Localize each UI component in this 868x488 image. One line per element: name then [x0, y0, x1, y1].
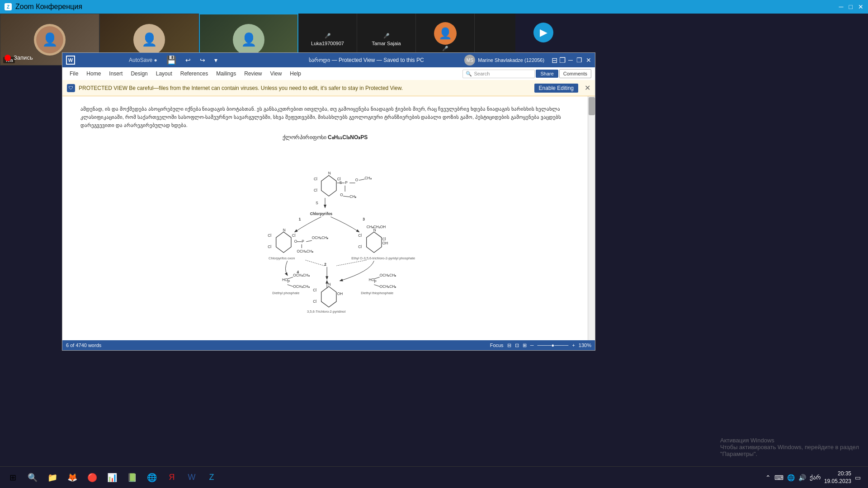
window-controls[interactable]: ─ □ ✕: [839, 3, 863, 10]
share-button[interactable]: Share: [536, 70, 558, 78]
author-avatar: MS: [464, 55, 475, 66]
word-statusbar: 6 of 4740 words Focus ⊟ ⊡ ⊞ ─ ────●──── …: [62, 340, 595, 350]
svg-text:S: S: [316, 201, 318, 205]
svg-line-43: [306, 260, 325, 265]
show-desktop-button[interactable]: ▭: [855, 474, 861, 481]
svg-text:Diethyl thiophosphate: Diethyl thiophosphate: [361, 291, 393, 295]
menu-review[interactable]: Review: [241, 70, 265, 78]
menu-help[interactable]: Help: [286, 70, 305, 78]
layout-view-icon[interactable]: ⊟: [507, 343, 511, 348]
shield-icon: 🛡: [67, 84, 75, 92]
search-icon: 🔍: [466, 71, 472, 77]
taskbar-clock[interactable]: 20:35 19.05.2023: [824, 470, 851, 485]
svg-text:P: P: [345, 180, 348, 185]
menu-home[interactable]: Home: [83, 70, 104, 78]
ribbon-toggle-icon[interactable]: ⊟: [552, 56, 557, 65]
undo-icon[interactable]: ↩: [185, 56, 191, 64]
word-page: ამდენად, ის და მოქმედება ასოცირებული იქნ…: [62, 96, 588, 340]
word-search-box[interactable]: 🔍 Search: [462, 70, 535, 78]
protected-view-text: PROTECTED VIEW Be careful—files from the…: [79, 85, 403, 91]
svg-line-14: [343, 196, 349, 197]
volume-icon[interactable]: 🔊: [798, 474, 806, 481]
word-taskbar-button[interactable]: W: [183, 469, 201, 487]
focus-label[interactable]: Focus: [490, 343, 504, 348]
zoom-slider[interactable]: ────●────: [537, 343, 568, 348]
recording-dot: [5, 55, 11, 61]
word-icon: W: [66, 56, 75, 65]
next-participant-button[interactable]: ▶: [533, 23, 553, 42]
chrome-button[interactable]: 🌐: [143, 469, 161, 487]
recording-indicator: Запись: [5, 54, 33, 61]
maximize-icon[interactable]: □: [849, 3, 853, 10]
svg-marker-0: [321, 175, 336, 196]
keyboard-icon[interactable]: ⌨: [774, 474, 783, 481]
word-minimize-icon[interactable]: ─: [568, 56, 573, 64]
firefox-button[interactable]: 🦊: [63, 469, 81, 487]
svg-text:O: O: [355, 177, 359, 182]
restore-icon[interactable]: ❐: [559, 56, 566, 65]
svg-text:P: P: [288, 279, 290, 283]
comments-button[interactable]: Comments: [559, 69, 591, 78]
yandex-button[interactable]: Я: [163, 469, 181, 487]
svg-text:N: N: [283, 227, 286, 232]
search-taskbar-button[interactable]: 🔍: [24, 469, 42, 487]
dropdown-icon[interactable]: ▾: [214, 56, 217, 64]
word-close-icon[interactable]: ✕: [586, 56, 591, 64]
ribbon-view-controls[interactable]: ⊟ ❐: [552, 56, 566, 65]
svg-text:2: 2: [324, 262, 326, 267]
zoom-out-icon[interactable]: ─: [530, 343, 534, 348]
taskbar-up-arrow-icon[interactable]: ⌃: [765, 474, 771, 481]
word-restore-icon[interactable]: ❐: [576, 56, 582, 64]
zoom-in-icon[interactable]: +: [572, 343, 575, 348]
taskbar-right-area: ⌃ ⌨ 🌐 🔊 ქარ 20:35 19.05.2023 ▭: [765, 470, 864, 485]
svg-text:P: P: [374, 279, 377, 283]
excel-button[interactable]: 📗: [123, 469, 141, 487]
taskbar: ⊞ 🔍 📁 🦊 🔴 📊 📗 🌐 Я W Z ⌃ ⌨ 🌐 🔊 ქარ 20:35 …: [0, 466, 868, 488]
web-view-icon[interactable]: ⊞: [523, 343, 527, 348]
svg-text:Diethyl phosphate: Diethyl phosphate: [272, 291, 299, 295]
enable-editing-button[interactable]: Enable Editing: [534, 84, 578, 93]
app4-button[interactable]: 🔴: [83, 469, 101, 487]
redo-icon[interactable]: ↪: [200, 56, 205, 64]
search-placeholder: Search: [474, 71, 490, 76]
activation-title: Активация Windows: [720, 437, 859, 444]
formula-title: ქლორპირიფოსი C₈H₁₁Cl₃NO₃PS: [80, 133, 570, 142]
activation-line3: "Параметры".: [720, 450, 859, 457]
recording-label: Запись: [14, 54, 33, 61]
svg-text:OCH₂CH₃: OCH₂CH₃: [297, 249, 314, 253]
powerpoint-button[interactable]: 📊: [103, 469, 121, 487]
svg-text:CH₃CH₂OH: CH₃CH₂OH: [367, 225, 386, 229]
svg-marker-61: [321, 286, 336, 307]
svg-text:1: 1: [299, 217, 301, 221]
svg-marker-35: [367, 232, 382, 253]
activation-watermark: Активация Windows Чтобы активировать Win…: [720, 437, 859, 457]
language-indicator: ქარ: [810, 474, 821, 481]
file-explorer-button[interactable]: 📁: [43, 469, 61, 487]
save-icon[interactable]: 💾: [166, 55, 176, 65]
menu-mailings[interactable]: Mailings: [212, 70, 240, 78]
start-button[interactable]: ⊞: [4, 469, 22, 487]
print-view-icon[interactable]: ⊡: [515, 343, 519, 348]
word-content-area: ამდენად, ის და მოქმედება ასოცირებული იქნ…: [62, 96, 595, 340]
menu-references[interactable]: References: [177, 70, 212, 78]
protected-bar-close-icon[interactable]: ✕: [585, 84, 590, 92]
menu-file[interactable]: File: [66, 70, 82, 78]
zoom-taskbar-button[interactable]: Z: [203, 469, 221, 487]
menu-design[interactable]: Design: [127, 70, 151, 78]
close-icon[interactable]: ✕: [858, 3, 863, 10]
svg-text:OCH₂CH₃: OCH₂CH₃: [380, 273, 396, 277]
word-window: W AutoSave ● 💾 ↩ ↪ ▾ საროდი — Protected …: [62, 52, 595, 351]
network-icon[interactable]: 🌐: [787, 474, 795, 481]
menu-layout[interactable]: Layout: [152, 70, 176, 78]
svg-text:OCH₂CH₃: OCH₂CH₃: [312, 235, 329, 240]
participant-tamar-name: Tamar Sajaia: [372, 41, 401, 46]
svg-text:N: N: [328, 170, 331, 175]
zoom-topbar: Z Zoom Конференция ─ □ ✕: [0, 0, 868, 14]
word-scrollbar[interactable]: [588, 96, 595, 340]
minimize-icon[interactable]: ─: [839, 3, 844, 10]
svg-text:Chlorpyrifos: Chlorpyrifos: [310, 211, 333, 216]
menu-insert[interactable]: Insert: [105, 70, 126, 78]
menu-view[interactable]: View: [267, 70, 286, 78]
chemical-diagram: Cl Cl Cl N S P O CH₃ O CH₃: [80, 146, 570, 339]
word-window-controls[interactable]: ─ ❐ ✕: [568, 56, 591, 64]
